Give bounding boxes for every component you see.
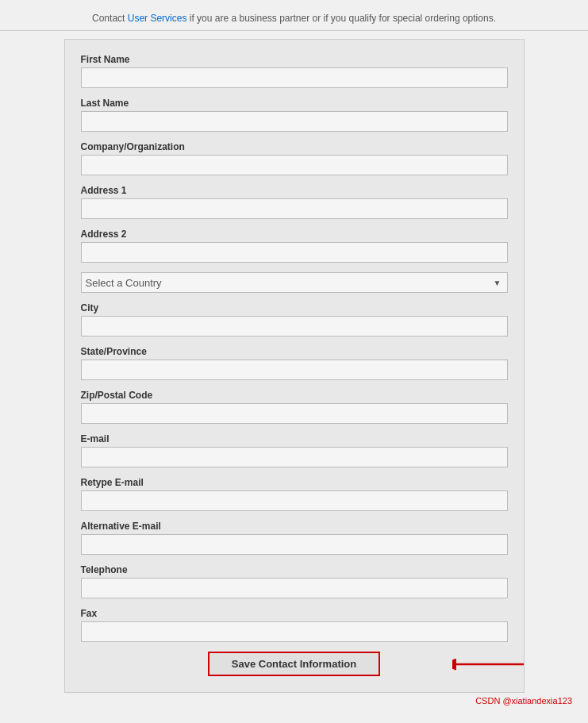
address1-group: Address 1	[81, 185, 508, 219]
address2-group: Address 2	[81, 229, 508, 263]
country-select-wrapper: Select a Country United States Canada Un…	[81, 272, 508, 293]
bottom-area: Save Contact Information	[81, 652, 508, 676]
zip-label: Zip/Postal Code	[81, 390, 508, 401]
notice-prefix: Contact	[92, 13, 128, 24]
retype-email-group: Retype E-mail	[81, 477, 508, 511]
fax-input[interactable]	[81, 621, 508, 642]
fax-group: Fax	[81, 608, 508, 642]
state-input[interactable]	[81, 360, 508, 380]
zip-group: Zip/Postal Code	[81, 390, 508, 424]
city-input[interactable]	[81, 316, 508, 337]
company-input[interactable]	[81, 155, 508, 175]
company-group: Company/Organization	[81, 141, 508, 175]
city-group: City	[81, 302, 508, 337]
first-name-label: First Name	[81, 54, 508, 65]
email-input[interactable]	[81, 447, 508, 467]
state-group: State/Province	[81, 346, 508, 380]
retype-email-input[interactable]	[81, 490, 508, 511]
watermark: CSDN @xiatiandexia123	[0, 696, 588, 706]
user-services-link[interactable]: User Services	[128, 13, 187, 24]
city-label: City	[81, 302, 508, 313]
email-label: E-mail	[81, 433, 508, 444]
last-name-label: Last Name	[81, 98, 508, 109]
alt-email-input[interactable]	[81, 534, 508, 555]
form-container: First Name Last Name Company/Organizatio…	[64, 39, 525, 693]
save-contact-button[interactable]: Save Contact Information	[208, 652, 380, 676]
first-name-input[interactable]	[81, 67, 508, 88]
email-group: E-mail	[81, 433, 508, 467]
arrow-annotation	[452, 652, 532, 676]
telephone-label: Telephone	[81, 564, 508, 575]
country-select[interactable]: Select a Country United States Canada Un…	[81, 272, 508, 293]
first-name-group: First Name	[81, 54, 508, 88]
fax-label: Fax	[81, 608, 508, 619]
notice-suffix: if you are a business partner or if you …	[186, 13, 496, 24]
alt-email-label: Alternative E-mail	[81, 521, 508, 532]
telephone-group: Telephone	[81, 564, 508, 598]
address1-label: Address 1	[81, 185, 508, 196]
page-wrapper: Contact User Services if you are a busin…	[0, 0, 588, 723]
address2-label: Address 2	[81, 229, 508, 240]
last-name-group: Last Name	[81, 98, 508, 132]
country-group: Select a Country United States Canada Un…	[81, 272, 508, 293]
address2-input[interactable]	[81, 242, 508, 263]
top-notice: Contact User Services if you are a busin…	[0, 8, 588, 31]
telephone-input[interactable]	[81, 578, 508, 598]
address1-input[interactable]	[81, 198, 508, 219]
retype-email-label: Retype E-mail	[81, 477, 508, 488]
zip-input[interactable]	[81, 403, 508, 424]
state-label: State/Province	[81, 346, 508, 357]
alt-email-group: Alternative E-mail	[81, 521, 508, 555]
last-name-input[interactable]	[81, 111, 508, 132]
company-label: Company/Organization	[81, 141, 508, 152]
